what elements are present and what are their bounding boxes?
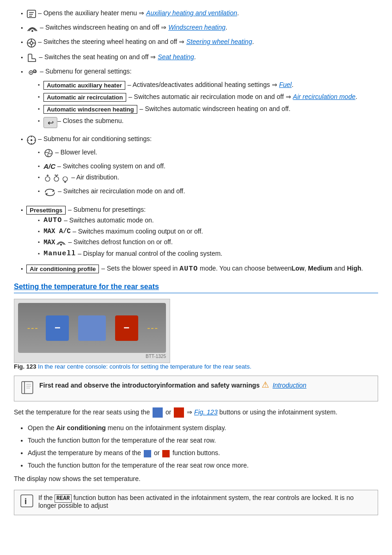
steering-text: – Switches the steering wheel heating on… — [38, 38, 254, 45]
blower-text: – Blower level. — [55, 148, 97, 156]
sub-item-cooling: A/C – Switches cooling system on and off… — [38, 162, 185, 170]
svg-point-29 — [60, 244, 62, 246]
figure-number: Fig. 123 — [14, 363, 36, 370]
svg-point-24 — [54, 177, 59, 181]
figure-label: BTT-1325 — [18, 354, 166, 359]
list-item-ac-profile: Air conditioning profile – Sets the blow… — [18, 265, 378, 273]
instruction-list: Open the Air conditioning menu on the in… — [14, 423, 378, 470]
air-dist-text: – Air distribution. — [71, 173, 119, 181]
figure-container: - - - − − - - - BTT-1325 — [14, 299, 170, 363]
windscreen-heating-icon — [26, 24, 38, 34]
svg-point-27 — [63, 177, 67, 181]
svg-point-12 — [31, 72, 32, 74]
svg-point-6 — [30, 42, 33, 44]
ac-settings-sublist: – Blower level. A/C – Switches cooling s… — [26, 148, 185, 199]
aux-heating-link[interactable]: Auxiliary heating and ventilation — [146, 9, 237, 17]
info-circle-icon: i — [20, 494, 34, 511]
presettings-text: – Submenu for presettings: — [68, 206, 146, 213]
info-box: First read and observe the introductoryi… — [14, 376, 378, 401]
seat-text: – Switches the seat heating on and off ⇒… — [39, 53, 196, 61]
sub-item-max-ac: MAX A/C – Switches maximum cooling outpu… — [38, 228, 222, 235]
ac-profile-label: Air conditioning profile — [26, 265, 99, 273]
blue-sq-small — [144, 450, 151, 457]
steering-wheel-icon — [26, 38, 37, 49]
windscreen-heating-label: Automatic windscreen heating — [43, 105, 137, 114]
fuel-link[interactable]: Fuel — [279, 81, 292, 88]
windscreen-heating-text: – Switches automatic windscreen heating … — [140, 105, 291, 112]
recirc-text: – Switches air recirculation mode on and… — [58, 187, 185, 195]
aux-heater-text: – Activates/deactivates additional heati… — [128, 81, 294, 88]
max-ac-icon: MAX A/C — [43, 228, 71, 235]
ac-settings-text: – Submenu for air conditioning settings: — [38, 135, 152, 142]
list-item-settings: ⚙ – Submenu for general settings: Automa… — [18, 68, 378, 131]
auto-text: – Switches automatic mode on. — [64, 216, 154, 224]
sub-item-close: ↩ – Closes the submenu. — [38, 117, 357, 128]
figure-caption: Fig. 123 In the rear centre console: con… — [14, 363, 378, 370]
general-settings-sublist: Automatic auxiliary heater – Activates/d… — [26, 81, 357, 128]
settings-text: – Submenu for general settings: — [40, 68, 131, 75]
cooling-text: – Switches cooling system on and off. — [57, 162, 165, 170]
figure-caption-text: In the rear centre console: controls for… — [38, 363, 251, 370]
blue-button-ref — [153, 407, 163, 418]
section-heading[interactable]: Setting the temperature for the rear sea… — [14, 283, 378, 293]
windscreen-text: – Switches windscreen heating on and off… — [40, 24, 227, 31]
ac-cooling-icon: A/C — [43, 162, 55, 170]
sub-item-auto: AUTO – Switches automatic mode on. — [38, 216, 222, 224]
max-ac-text: – Switches maximum cooling output on or … — [73, 228, 203, 235]
sub-item-max-defrost: MAX – Switches defrost function on or of… — [38, 238, 222, 247]
manuel-text: – Display for manual control of the cool… — [78, 250, 222, 257]
note-text: If the — [38, 494, 55, 501]
steering-link[interactable]: Steering wheel heating — [186, 38, 252, 45]
display-text: The display now shows the set temperatur… — [14, 475, 378, 482]
red-sq-small — [162, 450, 170, 457]
manuel-icon: Manuell — [43, 250, 76, 258]
introduction-link[interactable]: Introduction — [273, 382, 306, 389]
red-button-ref — [174, 407, 184, 418]
sub-item-manuel: Manuell – Display for manual control of … — [38, 250, 222, 258]
list-item-steering: – Switches the steering wheel heating on… — [18, 38, 378, 49]
info-text: First read and observe the introductoryi… — [39, 382, 260, 389]
svg-point-16 — [31, 139, 32, 141]
recirc-mode-icon — [43, 187, 56, 199]
rear-seat-image: - - - − − - - - — [18, 303, 166, 353]
ac-profile-text: – Sets the blower speed in AUTO mode. Yo… — [101, 265, 363, 273]
list-item-seat: – Switches the seat heating on and off ⇒… — [18, 53, 378, 64]
blower-icon — [43, 148, 54, 159]
heater-menu-text: – Opens the auxiliary heater menu ⇒ Auxi… — [38, 9, 239, 17]
max-defrost-text: – Switches defrost function on or off. — [68, 238, 172, 246]
list-item-presettings: Presettings – Submenu for presettings: A… — [18, 206, 378, 261]
air-recirc-link[interactable]: Air recirculation mode — [293, 93, 355, 100]
warning-icon: ⚠ — [262, 380, 269, 389]
note-content: If the REAR function button has been act… — [38, 494, 372, 509]
fig-123-link[interactable]: Fig. 123 — [194, 408, 218, 416]
sub-item-aux-heater: Automatic auxiliary heater – Activates/d… — [38, 81, 357, 90]
auto-icon: AUTO — [43, 216, 62, 224]
list-item-ac-settings: – Submenu for air conditioning settings:… — [18, 135, 378, 202]
note-text-2: function button has been activated in th… — [38, 494, 354, 509]
sub-item-windscreen-heating: Automatic windscreen heating – Switches … — [38, 105, 357, 114]
windscreen-link[interactable]: Windscreen heating — [168, 24, 226, 31]
note-box: i If the REAR function button has been a… — [14, 490, 378, 515]
instruction-item-3: Adjust the temperature by means of the o… — [28, 448, 378, 458]
info-content: First read and observe the introductoryi… — [39, 380, 306, 390]
instruction-item-1: Open the Air conditioning menu on the in… — [28, 423, 378, 433]
air-dist-icons — [43, 173, 69, 184]
list-item-windscreen: – Switches windscreen heating on and off… — [18, 24, 378, 34]
air-recirc-text: – Switches automatic air recirculation m… — [129, 93, 357, 100]
center-button[interactable] — [78, 315, 106, 341]
main-instruction: Set the temperature for the rear seats u… — [14, 407, 378, 418]
back-arrow-icon: ↩ — [43, 117, 57, 128]
air-recirc-label: Automatic air recirculation — [43, 93, 126, 102]
blue-minus-button[interactable]: − — [46, 315, 69, 341]
svg-text:i: i — [24, 497, 27, 506]
book-icon — [20, 380, 35, 397]
sub-item-air-recirc: Automatic air recirculation – Switches a… — [38, 93, 357, 102]
settings-icon: ⚙ — [26, 68, 38, 79]
left-seat-icon: - - - — [27, 323, 37, 333]
red-minus-button[interactable]: − — [115, 315, 138, 341]
aux-heater-label: Automatic auxiliary heater — [43, 81, 125, 90]
instruction-item-2: Touch the function button for the temper… — [28, 436, 378, 445]
seat-link[interactable]: Seat heating — [158, 53, 194, 61]
ac-settings-icon — [26, 135, 37, 147]
instruction-item-4: Touch the function button for the temper… — [28, 461, 378, 470]
